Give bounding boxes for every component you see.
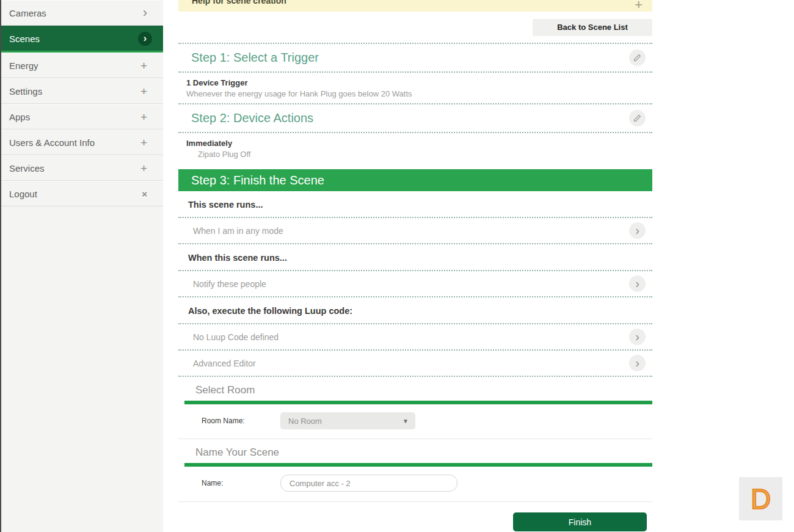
sidebar-item-apps[interactable]: Apps +	[1, 104, 163, 129]
step1-header: Step 1: Select a Trigger	[178, 44, 652, 71]
action-timing-label: Immediately	[186, 139, 652, 148]
sidebar-item-label: Logout	[9, 189, 37, 199]
trigger-count-label: 1 Device Trigger	[186, 78, 652, 87]
sidebar-item-scenes[interactable]: Scenes ›	[1, 26, 163, 53]
sidebar-item-cameras[interactable]: Cameras ›	[1, 0, 163, 26]
plus-icon: +	[140, 111, 147, 123]
advanced-editor-row[interactable]: Advanced Editor ›	[178, 351, 652, 376]
chevron-right-icon[interactable]: ›	[629, 222, 646, 239]
divider	[178, 501, 652, 502]
sidebar-item-label: Apps	[9, 112, 30, 122]
sidebar-item-users-account[interactable]: Users & Account Info +	[1, 129, 163, 155]
back-row: Back to Scene List	[178, 19, 652, 36]
scene-name-label: Name:	[202, 479, 280, 487]
section-accent-bar	[184, 463, 652, 467]
chevron-right-icon[interactable]: ›	[629, 355, 646, 371]
step2-summary: Immediately Zipato Plug Off	[178, 133, 652, 164]
sidebar-item-label: Users & Account Info	[9, 137, 95, 148]
sidebar-item-label: Settings	[9, 86, 42, 97]
notify-option-row[interactable]: Notify these people ›	[178, 271, 652, 296]
back-to-scene-list-button[interactable]: Back to Scene List	[533, 19, 652, 36]
step3-header-banner: Step 3: Finish the Scene	[178, 169, 652, 191]
step2-header: Step 2: Device Actions	[178, 104, 652, 132]
chevron-right-icon[interactable]: ›	[629, 275, 646, 292]
sidebar-item-label: Scenes	[9, 34, 40, 44]
action-description: Zipato Plug Off	[198, 150, 652, 159]
room-select-dropdown[interactable]: No Room ▼	[280, 412, 415, 429]
select-room-heading: Select Room	[178, 384, 652, 396]
chevron-right-badge-icon: ›	[138, 32, 152, 46]
help-banner-label: Help for scene creation	[192, 0, 286, 5]
step1-summary: 1 Device Trigger Whenever the energy usa…	[178, 73, 652, 103]
name-scene-heading: Name Your Scene	[178, 446, 652, 459]
divider	[178, 439, 652, 439]
help-banner[interactable]: Help for scene creation +	[178, 0, 652, 12]
advanced-editor-label: Advanced Editor	[193, 359, 256, 368]
when-scene-runs-label: When this scene runs...	[178, 244, 652, 270]
watermark-letter: D	[751, 485, 771, 513]
room-select-value: No Room	[288, 417, 322, 426]
scene-name-input[interactable]	[280, 475, 457, 492]
sidebar-item-energy[interactable]: Energy +	[1, 53, 163, 78]
edit-pencil-icon[interactable]	[629, 49, 646, 66]
step3-title: Step 3: Finish the Scene	[191, 173, 324, 188]
plus-icon: +	[140, 86, 147, 97]
chevron-right-icon[interactable]: ›	[629, 329, 646, 345]
luup-code-option-row[interactable]: No Luup Code defined ›	[178, 324, 652, 349]
close-icon: ×	[142, 189, 147, 199]
step1-title: Step 1: Select a Trigger	[191, 51, 319, 65]
sidebar-item-settings[interactable]: Settings +	[1, 78, 163, 104]
mode-option-row[interactable]: When I am in any mode ›	[178, 218, 652, 243]
room-name-field-row: Room Name: No Room ▼	[202, 412, 652, 429]
scene-editor-main: Help for scene creation + Back to Scene …	[178, 0, 652, 531]
plus-icon: +	[140, 60, 147, 71]
sidebar-item-services[interactable]: Services +	[1, 155, 163, 181]
plus-icon: +	[140, 162, 147, 174]
luup-code-label: Also, execute the following Luup code:	[178, 297, 652, 323]
sidebar-item-label: Services	[9, 163, 45, 173]
scene-editor-page: Cameras › Scenes › Energy + Settings + A…	[0, 0, 794, 532]
watermark-badge: D	[739, 477, 782, 520]
edit-pencil-icon[interactable]	[629, 110, 646, 126]
finish-row: Finish	[178, 512, 652, 531]
finish-button[interactable]: Finish	[513, 512, 647, 531]
sidebar-item-logout[interactable]: Logout ×	[1, 181, 163, 206]
plus-icon: +	[140, 137, 147, 148]
sidebar-item-label: Cameras	[9, 8, 46, 18]
sidebar-item-label: Energy	[9, 60, 38, 71]
divider	[178, 376, 652, 377]
scene-runs-label: This scene runs...	[178, 191, 652, 217]
room-name-label: Room Name:	[202, 417, 280, 425]
section-accent-bar	[184, 401, 652, 404]
notify-option-label: Notify these people	[193, 279, 266, 289]
trigger-description: Whenever the energy usage for Hank Plug …	[186, 89, 652, 98]
scene-name-field-row: Name:	[202, 475, 652, 492]
chevron-down-icon: ▼	[402, 418, 409, 425]
mode-option-label: When I am in any mode	[193, 226, 283, 236]
sidebar: Cameras › Scenes › Energy + Settings + A…	[0, 0, 163, 532]
luup-code-option-label: No Luup Code defined	[193, 332, 279, 342]
chevron-right-icon: ›	[143, 6, 147, 20]
expand-plus-icon[interactable]: +	[635, 0, 643, 12]
step2-title: Step 2: Device Actions	[191, 111, 313, 125]
